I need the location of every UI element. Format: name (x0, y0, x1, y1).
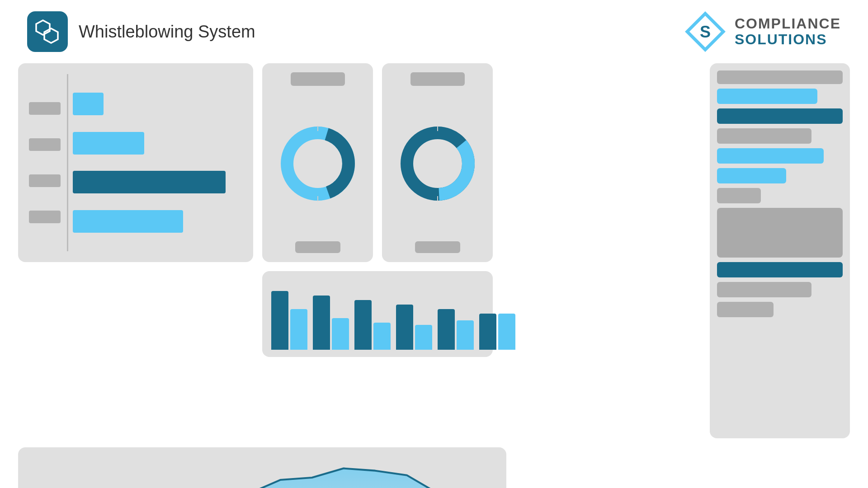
group-5 (438, 309, 474, 350)
bar-label-3 (29, 174, 61, 187)
compliance-text: COMPLIANCE SOLUTIONS (735, 16, 841, 47)
bar-row-4 (73, 208, 242, 235)
compliance-diamond-icon: S (685, 11, 726, 52)
right-row-6 (717, 188, 761, 203)
compliance-line1: COMPLIANCE (735, 16, 841, 32)
main-content (0, 63, 868, 488)
bar-chart-card (18, 63, 253, 262)
donut-card-2 (382, 63, 493, 262)
bar-row-1 (73, 90, 242, 117)
line-chart-svg (27, 455, 497, 488)
group-3 (354, 300, 391, 350)
svg-marker-1 (44, 28, 58, 43)
bar-label-1 (29, 102, 61, 115)
right-big-gray (717, 208, 843, 258)
right-row-8 (717, 282, 811, 297)
donut-card-1 (262, 63, 373, 262)
donut-row (262, 63, 493, 262)
svg-marker-12 (27, 469, 497, 488)
donut1-chart (271, 92, 364, 235)
grouped-bar-card (262, 271, 493, 357)
svg-text:S: S (700, 23, 711, 41)
bar-row-2 (73, 130, 242, 157)
right-row-2 (717, 108, 843, 124)
bar-label-4 (29, 211, 61, 223)
right-panel-card (710, 63, 850, 438)
center-col (262, 63, 493, 438)
svg-marker-0 (36, 20, 50, 35)
right-title (717, 70, 843, 84)
group-1 (271, 291, 307, 350)
app-logo-icon (27, 11, 68, 52)
right-row-9 (717, 302, 774, 317)
app-title: Whistleblowing System (79, 22, 255, 42)
header: Whistleblowing System S COMPLIANCE SOLUT… (0, 0, 868, 63)
bar-row-3 (73, 169, 242, 196)
donut1-legend (295, 241, 340, 253)
donut2-title (410, 72, 465, 86)
compliance-line2: SOLUTIONS (735, 32, 841, 47)
top-row (18, 63, 850, 438)
header-left: Whistleblowing System (27, 11, 255, 52)
bar-label-2 (29, 138, 61, 151)
group-4 (396, 305, 432, 350)
right-row-7 (717, 262, 843, 277)
donut2-chart (391, 92, 484, 235)
header-right: S COMPLIANCE SOLUTIONS (685, 11, 841, 52)
right-row-4 (717, 148, 824, 164)
right-row-3 (717, 128, 811, 144)
spacer (502, 63, 701, 438)
donut1-title (291, 72, 345, 86)
bottom-row (18, 447, 850, 488)
line-chart-card (18, 447, 506, 488)
right-row-5 (717, 168, 786, 183)
right-row-1 (717, 89, 817, 104)
group-2 (313, 296, 349, 350)
donut2-legend (415, 241, 460, 253)
